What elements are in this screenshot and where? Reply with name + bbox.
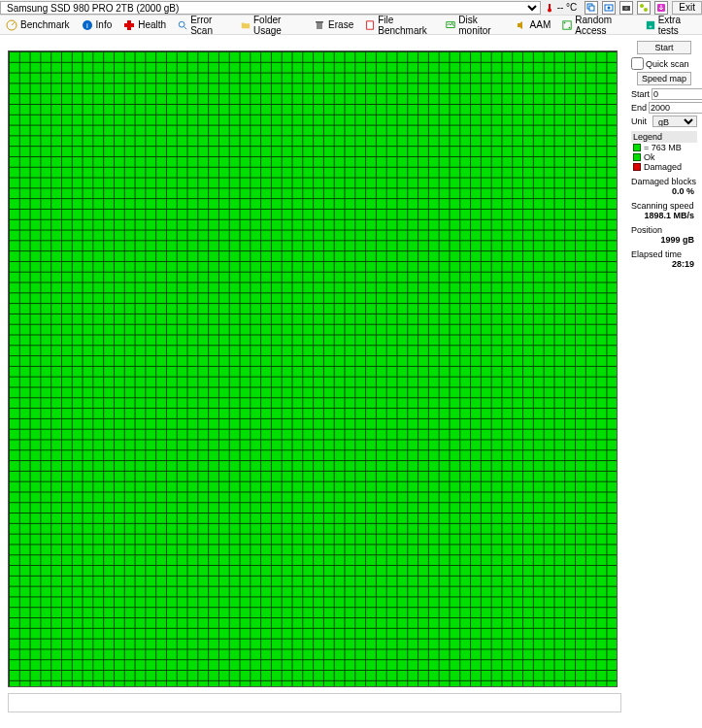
unit-label: Unit [631, 116, 651, 126]
tb-file-benchmark[interactable]: File Benchmark [363, 14, 436, 37]
tb-folder-usage[interactable]: Folder Usage [239, 14, 304, 37]
tb-info[interactable]: i Info [80, 18, 115, 32]
erase-icon [314, 19, 325, 31]
monitor-icon [446, 19, 455, 31]
svg-point-17 [179, 21, 184, 27]
start-label: Start [631, 89, 650, 99]
temperature: -- °C [541, 2, 582, 13]
tb-erase[interactable]: Erase [312, 18, 355, 32]
legend-block-size: = 763 MB [631, 143, 697, 152]
legend-damaged: Damaged [631, 162, 697, 172]
scan-grid [8, 50, 618, 687]
elapsed-time-label: Elapsed time [631, 249, 697, 259]
svg-text:+: + [649, 22, 652, 28]
position-label: Position [631, 225, 697, 235]
damaged-blocks-value: 0.0 % [631, 186, 697, 196]
position-value: 1999 gB [631, 235, 697, 245]
quick-scan-label: Quick scan [646, 59, 689, 69]
svg-line-12 [12, 22, 15, 25]
health-icon [123, 19, 135, 31]
tb-disk-monitor[interactable]: Disk monitor [444, 14, 505, 37]
damaged-square-icon [633, 163, 641, 171]
speed-strip [8, 693, 621, 712]
extra-icon: + [646, 19, 655, 31]
random-icon [562, 19, 572, 31]
svg-point-25 [569, 26, 571, 28]
side-panel: Start Quick scan Speed map Start End Uni… [629, 35, 699, 728]
end-input[interactable] [649, 102, 702, 114]
gauge-icon [6, 19, 17, 31]
speed-map-button[interactable]: Speed map [637, 72, 691, 85]
info-icon: i [82, 19, 93, 31]
start-input[interactable] [652, 88, 702, 100]
svg-point-24 [564, 21, 566, 23]
drive-select[interactable]: Samsung SSD 980 PRO 2TB (2000 gB) [0, 1, 541, 15]
tb-extra-tests[interactable]: + Extra tests [644, 14, 698, 37]
tb-aam[interactable]: AAM [514, 18, 553, 32]
svg-rect-3 [589, 6, 594, 11]
svg-point-5 [608, 6, 611, 9]
svg-point-8 [640, 4, 644, 8]
legend-ok: Ok [631, 152, 697, 162]
svg-line-18 [184, 26, 187, 29]
file-icon [365, 19, 375, 31]
temp-value: -- °C [557, 2, 578, 13]
svg-text:i: i [86, 21, 88, 30]
svg-rect-21 [367, 20, 374, 28]
exit-button[interactable]: Exit [672, 1, 702, 15]
thermometer-icon [545, 3, 554, 13]
svg-rect-0 [549, 4, 551, 9]
elapsed-time-value: 28:19 [631, 259, 697, 269]
svg-point-9 [644, 8, 648, 12]
start-button[interactable]: Start [637, 41, 691, 54]
quick-scan-checkbox[interactable] [631, 57, 644, 70]
scanning-speed-label: Scanning speed [631, 201, 697, 211]
svg-rect-20 [316, 21, 323, 23]
screenshot-icon[interactable] [602, 1, 616, 15]
svg-rect-19 [317, 22, 322, 29]
ok-square-icon [633, 153, 641, 161]
svg-point-7 [625, 7, 628, 10]
settings-icon[interactable] [637, 1, 651, 15]
end-label: End [631, 103, 647, 113]
scan-icon [178, 19, 187, 31]
tb-benchmark[interactable]: Benchmark [4, 18, 72, 32]
tb-health[interactable]: Health [121, 18, 168, 32]
folder-icon [241, 19, 251, 31]
damaged-blocks-label: Damaged blocks [631, 177, 697, 186]
copy-icon[interactable] [585, 1, 598, 15]
svg-rect-16 [124, 23, 134, 27]
scanning-speed-value: 1898.1 MB/s [631, 211, 697, 220]
tb-error-scan[interactable]: Error Scan [176, 14, 231, 37]
block-square-icon [633, 144, 641, 151]
toolbar: Benchmark i Info Health Error Scan Folde… [0, 16, 702, 35]
speaker-icon [516, 19, 527, 31]
tb-random-access[interactable]: Random Access [560, 14, 635, 37]
svg-point-1 [548, 8, 552, 12]
legend-title: Legend [631, 131, 697, 143]
download-icon[interactable] [654, 1, 668, 15]
camera-icon[interactable] [619, 1, 633, 15]
unit-select[interactable]: gB [652, 116, 697, 127]
